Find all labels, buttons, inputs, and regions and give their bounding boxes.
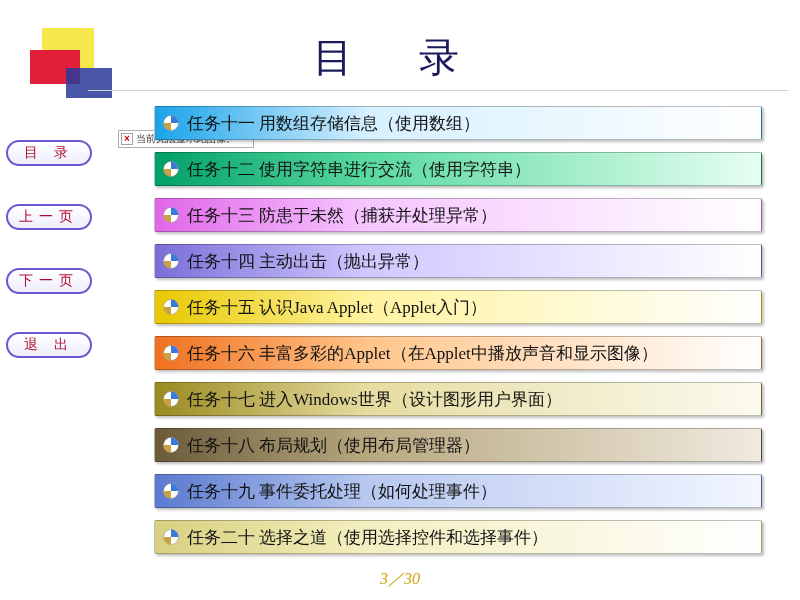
task-item-20[interactable]: 任务二十 选择之道（使用选择控件和选择事件）: [154, 520, 762, 554]
page-title: 目 录: [0, 30, 800, 85]
broken-image-icon: ×: [121, 133, 133, 145]
task-label: 任务十九 事件委托处理（如何处理事件）: [187, 480, 497, 503]
task-label: 任务十六 丰富多彩的Applet（在Applet中播放声音和显示图像）: [187, 342, 658, 365]
task-item-13[interactable]: 任务十三 防患于未然（捕获并处理异常）: [154, 198, 762, 232]
task-label: 任务十三 防患于未然（捕获并处理异常）: [187, 204, 497, 227]
task-item-16[interactable]: 任务十六 丰富多彩的Applet（在Applet中播放声音和显示图像）: [154, 336, 762, 370]
task-item-19[interactable]: 任务十九 事件委托处理（如何处理事件）: [154, 474, 762, 508]
bullet-icon: [163, 529, 179, 545]
task-label: 任务十四 主动出击（抛出异常）: [187, 250, 429, 273]
task-list: 任务十一 用数组存储信息（使用数组） 任务十二 使用字符串进行交流（使用字符串）…: [154, 106, 762, 566]
page-current: 3: [380, 570, 388, 587]
bullet-icon: [163, 391, 179, 407]
page-indicator: 3／30: [0, 569, 800, 590]
bullet-icon: [163, 299, 179, 315]
task-item-18[interactable]: 任务十八 布局规划（使用布局管理器）: [154, 428, 762, 462]
bullet-icon: [163, 437, 179, 453]
task-label: 任务十一 用数组存储信息（使用数组）: [187, 112, 480, 135]
task-label: 任务二十 选择之道（使用选择控件和选择事件）: [187, 526, 548, 549]
next-button[interactable]: 下一页: [6, 268, 92, 294]
task-item-15[interactable]: 任务十五 认识Java Applet（Applet入门）: [154, 290, 762, 324]
bullet-icon: [163, 161, 179, 177]
page-total: 30: [404, 570, 420, 587]
sidebar-nav: 目 录 上一页 下一页 退 出: [6, 140, 102, 396]
bullet-icon: [163, 483, 179, 499]
task-item-12[interactable]: 任务十二 使用字符串进行交流（使用字符串）: [154, 152, 762, 186]
toc-button[interactable]: 目 录: [6, 140, 92, 166]
task-label: 任务十五 认识Java Applet（Applet入门）: [187, 296, 487, 319]
task-item-17[interactable]: 任务十七 进入Windows世界（设计图形用户界面）: [154, 382, 762, 416]
page-sep: ／: [388, 570, 404, 587]
bullet-icon: [163, 207, 179, 223]
task-item-14[interactable]: 任务十四 主动出击（抛出异常）: [154, 244, 762, 278]
task-label: 任务十二 使用字符串进行交流（使用字符串）: [187, 158, 531, 181]
task-item-11[interactable]: 任务十一 用数组存储信息（使用数组）: [154, 106, 762, 140]
divider-line: [88, 90, 788, 91]
prev-button[interactable]: 上一页: [6, 204, 92, 230]
exit-button[interactable]: 退 出: [6, 332, 92, 358]
task-label: 任务十八 布局规划（使用布局管理器）: [187, 434, 480, 457]
bullet-icon: [163, 253, 179, 269]
bullet-icon: [163, 115, 179, 131]
bullet-icon: [163, 345, 179, 361]
task-label: 任务十七 进入Windows世界（设计图形用户界面）: [187, 388, 562, 411]
